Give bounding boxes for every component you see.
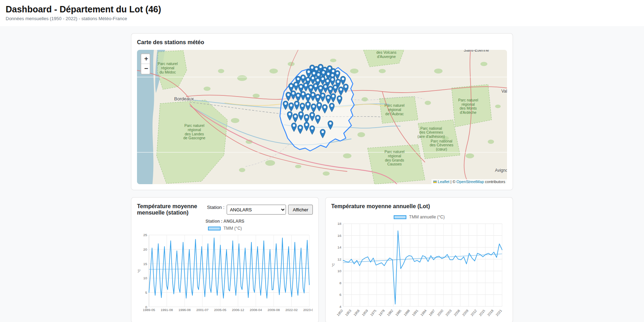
attribution-contributors: contributors <box>485 180 505 184</box>
annual-tmm-chart: 4681012141618195019531956195919751978198… <box>331 221 507 322</box>
svg-text:2012: 2012 <box>470 309 478 317</box>
legend-label: TMM annuelle (°C) <box>409 215 445 219</box>
svg-text:2018: 2018 <box>487 309 494 317</box>
svg-text:1959: 1959 <box>361 309 369 317</box>
stations-map[interactable]: + − Bordeaux Saint-Étienne Valence Avign… <box>137 50 507 184</box>
svg-text:°C: °C <box>331 263 335 267</box>
svg-text:5: 5 <box>145 291 147 294</box>
svg-text:2000: 2000 <box>436 309 444 317</box>
zoom-out-button[interactable]: − <box>141 64 150 74</box>
map-art <box>137 50 507 184</box>
svg-text:2021: 2021 <box>495 309 503 317</box>
afficher-button[interactable]: Afficher <box>288 205 313 215</box>
svg-text:8: 8 <box>339 281 341 285</box>
attribution-separator: | © <box>451 180 455 184</box>
svg-text:2015: 2015 <box>478 309 486 317</box>
svg-text:15: 15 <box>143 262 148 266</box>
svg-text:1985: 1985 <box>394 309 402 317</box>
svg-text:16: 16 <box>338 234 342 238</box>
page-subtitle: Données mensuelles (1950 - 2022) - stati… <box>6 16 638 21</box>
svg-text:14: 14 <box>338 245 342 249</box>
svg-text:4: 4 <box>339 305 341 309</box>
page-title: Dashboard - Département du Lot (46) <box>6 4 638 14</box>
svg-text:1950: 1950 <box>336 309 344 317</box>
monthly-tmm-chart: 05101520251989-051991-081996-082001-0720… <box>137 232 313 316</box>
svg-text:2009-08: 2009-08 <box>268 308 280 312</box>
map-zoom-control: + − <box>141 53 150 75</box>
leaflet-link[interactable]: Leaflet <box>438 180 449 184</box>
svg-text:2006: 2006 <box>453 309 461 317</box>
zoom-in-button[interactable]: + <box>141 54 150 64</box>
svg-text:1988: 1988 <box>403 309 411 317</box>
station-select[interactable]: ANGLARS <box>227 205 286 215</box>
svg-text:1989-05: 1989-05 <box>143 308 155 312</box>
annual-card-title: Température moyenne annuelle (Lot) <box>331 203 507 210</box>
svg-text:1975: 1975 <box>369 309 377 317</box>
svg-text:1991: 1991 <box>411 309 419 317</box>
svg-text:1997: 1997 <box>428 309 436 317</box>
svg-text:2003: 2003 <box>445 309 452 317</box>
svg-text:1996-08: 1996-08 <box>178 308 191 312</box>
svg-text:2009: 2009 <box>461 309 469 317</box>
svg-text:2001-07: 2001-07 <box>196 308 209 312</box>
main-area: Carte des stations météo <box>0 26 644 322</box>
map-card: Carte des stations météo <box>131 33 513 190</box>
legend-color-box <box>394 215 406 219</box>
page-header: Dashboard - Département du Lot (46) Donn… <box>0 0 644 26</box>
svg-text:2008-04: 2008-04 <box>250 308 262 312</box>
svg-text:12: 12 <box>338 257 342 261</box>
svg-text:10: 10 <box>143 276 148 280</box>
svg-text:1978: 1978 <box>378 309 386 317</box>
svg-text:10: 10 <box>338 269 342 273</box>
map-card-title: Carte des stations météo <box>137 39 507 46</box>
monthly-chart-title: Station : ANGLARS <box>137 219 313 224</box>
monthly-chart-legend[interactable]: TMM (°C) <box>137 226 313 231</box>
svg-text:2023-06: 2023-06 <box>303 308 313 312</box>
svg-text:1956: 1956 <box>353 309 360 317</box>
svg-text:1991-08: 1991-08 <box>161 308 173 312</box>
svg-text:°C: °C <box>137 269 141 273</box>
svg-text:2006-12: 2006-12 <box>232 308 244 312</box>
monthly-card-title: Température moyenne mensuelle (station) <box>137 203 204 216</box>
station-label: Station : <box>207 205 225 211</box>
ukraine-flag-icon <box>433 181 437 183</box>
svg-text:2005-05: 2005-05 <box>214 308 226 312</box>
annual-chart-legend[interactable]: TMM annuelle (°C) <box>331 215 507 219</box>
legend-color-box <box>208 227 221 230</box>
monthly-temperature-card: Température moyenne mensuelle (station) … <box>131 197 319 322</box>
svg-text:20: 20 <box>143 247 148 251</box>
svg-text:6: 6 <box>339 293 341 297</box>
map-attribution: Leaflet | © OpenStreetMap contributors <box>431 179 507 184</box>
svg-text:1953: 1953 <box>344 309 352 317</box>
annual-temperature-card: Température moyenne annuelle (Lot) TMM a… <box>325 197 513 322</box>
svg-text:25: 25 <box>143 233 148 237</box>
legend-label: TMM (°C) <box>223 226 242 231</box>
svg-text:1994: 1994 <box>419 309 427 317</box>
svg-text:2022-02: 2022-02 <box>285 308 298 312</box>
svg-text:18: 18 <box>338 222 342 226</box>
openstreetmap-link[interactable]: OpenStreetMap <box>457 180 484 184</box>
svg-text:1982: 1982 <box>386 309 394 317</box>
